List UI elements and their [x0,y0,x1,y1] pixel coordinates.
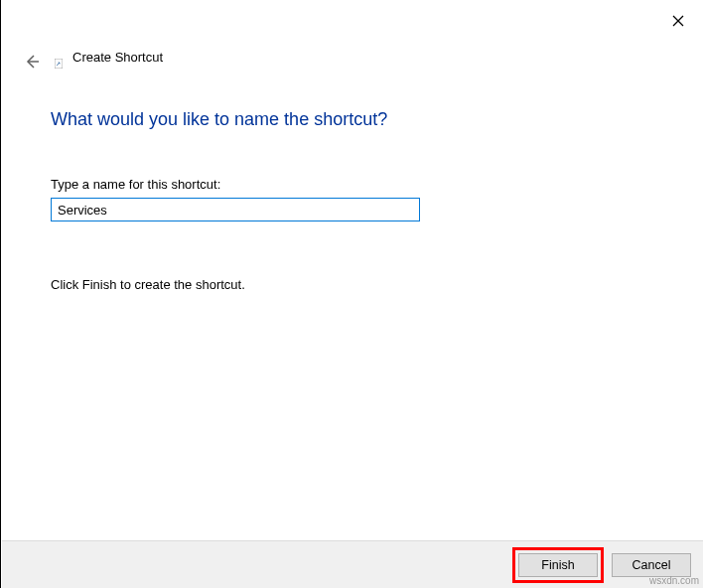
cancel-button[interactable]: Cancel [612,553,691,577]
create-shortcut-wizard: Create Shortcut What would you like to n… [0,0,703,588]
back-arrow-icon[interactable] [23,53,41,71]
page-title: Create Shortcut [72,50,163,65]
shortcut-name-input[interactable] [51,198,420,221]
instruction-text: Click Finish to create the shortcut. [51,277,245,292]
finish-highlight: Finish [512,547,604,583]
wizard-heading: What would you like to name the shortcut… [51,109,387,130]
shortcut-icon [55,55,63,65]
finish-button[interactable]: Finish [518,553,598,577]
watermark-text: wsxdn.com [649,575,699,586]
shortcut-name-label: Type a name for this shortcut: [51,177,220,192]
footer-bar: Finish Cancel [2,540,703,588]
close-icon[interactable] [671,14,685,28]
